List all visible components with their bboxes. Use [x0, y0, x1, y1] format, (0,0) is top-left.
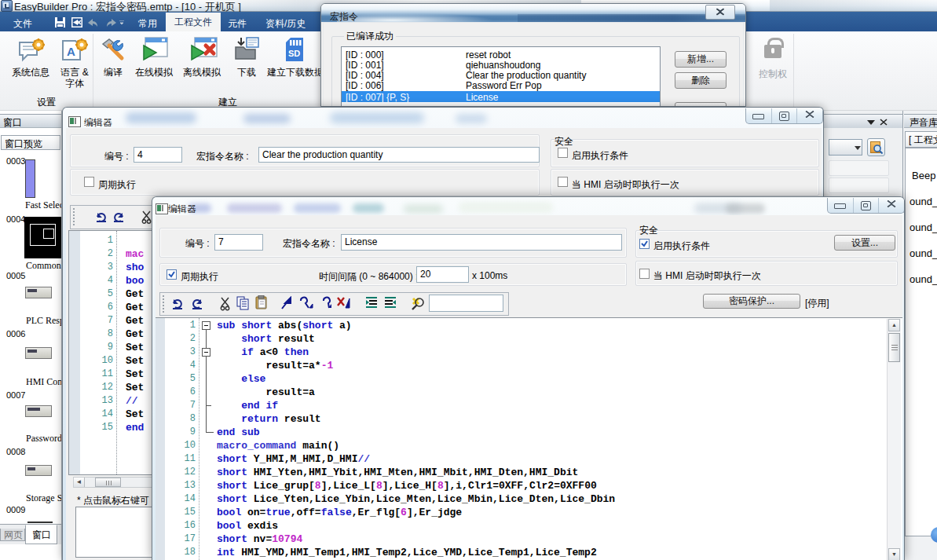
svg-text:A: A — [67, 45, 75, 58]
svg-text:SD: SD — [288, 49, 300, 58]
